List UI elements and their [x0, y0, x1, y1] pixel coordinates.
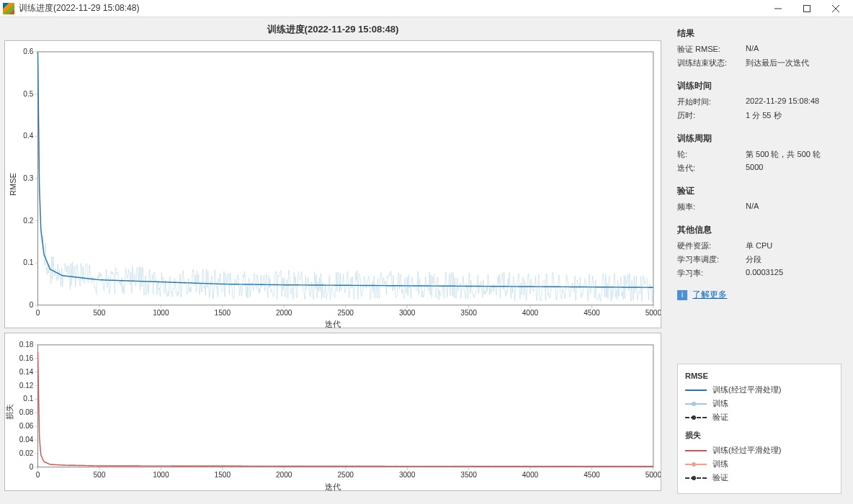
svg-text:0.08: 0.08: [19, 408, 34, 416]
loss-xlabel: 迭代: [325, 482, 341, 492]
legend-train2: 训练: [713, 459, 728, 469]
svg-text:5000: 5000: [646, 309, 661, 317]
iter-value: 5000: [746, 163, 841, 174]
svg-text:0.02: 0.02: [19, 449, 34, 457]
legend-val: 验证: [713, 412, 728, 423]
results-header: 结果: [677, 27, 841, 40]
legend-val2: 验证: [713, 472, 728, 483]
svg-text:500: 500: [94, 309, 106, 317]
info-icon: i: [677, 290, 687, 300]
svg-text:2500: 2500: [337, 471, 354, 479]
loss-chart: 损失 00.020.040.060.080.10.120.140.160.180…: [4, 333, 661, 491]
cycle-header: 训练周期: [677, 132, 841, 145]
svg-text:2000: 2000: [276, 471, 292, 479]
matlab-logo-icon: [3, 3, 14, 14]
svg-text:5000: 5000: [646, 471, 661, 479]
svg-text:0.6: 0.6: [23, 48, 33, 55]
svg-text:0: 0: [36, 309, 40, 317]
lr-label: 学习率:: [677, 268, 746, 279]
svg-text:0: 0: [30, 301, 34, 309]
val-rmse-value: N/A: [746, 44, 841, 55]
svg-text:4000: 4000: [522, 309, 539, 317]
legend-rmse-header: RMSE: [685, 372, 834, 380]
svg-text:0.04: 0.04: [19, 436, 34, 444]
other-header: 其他信息: [677, 224, 841, 236]
svg-text:2000: 2000: [276, 309, 292, 317]
svg-text:3000: 3000: [399, 471, 416, 479]
end-state-label: 训练结束状态:: [677, 58, 746, 68]
plots-panel: 训练进度(2022-11-29 15:08:48) RMSE 00.10.20.…: [0, 17, 666, 504]
svg-text:0.5: 0.5: [23, 90, 33, 98]
svg-text:0.1: 0.1: [23, 258, 33, 266]
legend-train-smooth2: 训练(经过平滑处理): [713, 445, 781, 456]
close-button[interactable]: [821, 0, 850, 17]
sidebar: 结果 验证 RMSE:N/A 训练结束状态:到达最后一次迭代 训练时间 开始时间…: [666, 17, 853, 504]
window-title: 训练进度(2022-11-29 15:08:48): [19, 2, 764, 14]
learn-more-link[interactable]: 了解更多: [692, 289, 727, 300]
maximize-button[interactable]: [792, 0, 821, 17]
val-header: 验证: [677, 185, 841, 197]
legend-train: 训练: [713, 398, 728, 409]
svg-text:0.18: 0.18: [19, 341, 34, 348]
hw-label: 硬件资源:: [677, 240, 746, 251]
svg-text:0.4: 0.4: [23, 132, 33, 140]
svg-text:500: 500: [94, 471, 106, 479]
loss-ylabel: 损失: [4, 404, 15, 420]
freq-label: 频率:: [677, 202, 746, 212]
elapsed-value: 1 分 55 秒: [746, 110, 841, 121]
freq-value: N/A: [746, 202, 841, 212]
start-time-label: 开始时间:: [677, 96, 746, 107]
start-time-value: 2022-11-29 15:08:48: [746, 96, 841, 107]
time-header: 训练时间: [677, 80, 841, 92]
svg-text:0.1: 0.1: [23, 395, 33, 403]
sched-label: 学习率调度:: [677, 254, 746, 265]
svg-text:4500: 4500: [584, 309, 600, 317]
svg-text:0.3: 0.3: [23, 174, 33, 182]
legend-loss-header: 损失: [685, 430, 834, 441]
svg-text:4500: 4500: [584, 471, 600, 479]
svg-text:2500: 2500: [337, 309, 354, 317]
svg-text:1000: 1000: [153, 471, 169, 479]
svg-text:3500: 3500: [460, 471, 477, 479]
svg-rect-4: [38, 52, 653, 305]
end-state-value: 到达最后一次迭代: [746, 58, 841, 68]
rmse-ylabel: RMSE: [9, 173, 17, 196]
titlebar: 训练进度(2022-11-29 15:08:48): [0, 0, 853, 17]
rmse-xlabel: 迭代: [325, 319, 341, 330]
epoch-value: 第 500 轮，共 500 轮: [746, 149, 841, 160]
minimize-button[interactable]: [764, 0, 792, 17]
svg-text:0.2: 0.2: [23, 217, 33, 225]
iter-label: 迭代:: [677, 163, 746, 174]
svg-text:1000: 1000: [153, 309, 169, 317]
svg-rect-1: [804, 5, 810, 12]
lr-value: 0.0003125: [746, 268, 841, 279]
svg-text:0: 0: [30, 463, 34, 471]
plot-title: 训练进度(2022-11-29 15:08:48): [4, 23, 661, 36]
svg-text:0.12: 0.12: [19, 382, 34, 390]
svg-text:0.14: 0.14: [19, 368, 34, 376]
svg-rect-41: [38, 345, 653, 467]
svg-text:1500: 1500: [215, 309, 231, 317]
val-rmse-label: 验证 RMSE:: [677, 44, 746, 55]
svg-text:3500: 3500: [460, 309, 477, 317]
svg-text:3000: 3000: [399, 309, 416, 317]
hw-value: 单 CPU: [746, 240, 841, 251]
legend-train-smooth: 训练(经过平滑处理): [713, 384, 781, 395]
svg-text:0: 0: [36, 471, 40, 479]
rmse-chart: RMSE 00.10.20.30.40.50.60500100015002000…: [4, 40, 661, 328]
elapsed-label: 历时:: [677, 110, 746, 121]
svg-text:1500: 1500: [215, 471, 231, 479]
legend-box: RMSE 训练(经过平滑处理) 训练 验证 损失 训练(经过平滑处理) 训练 验…: [677, 364, 841, 494]
svg-text:0.16: 0.16: [19, 354, 34, 362]
svg-text:4000: 4000: [522, 471, 539, 479]
svg-text:0.06: 0.06: [19, 422, 34, 430]
sched-value: 分段: [746, 254, 841, 265]
epoch-label: 轮:: [677, 149, 746, 160]
